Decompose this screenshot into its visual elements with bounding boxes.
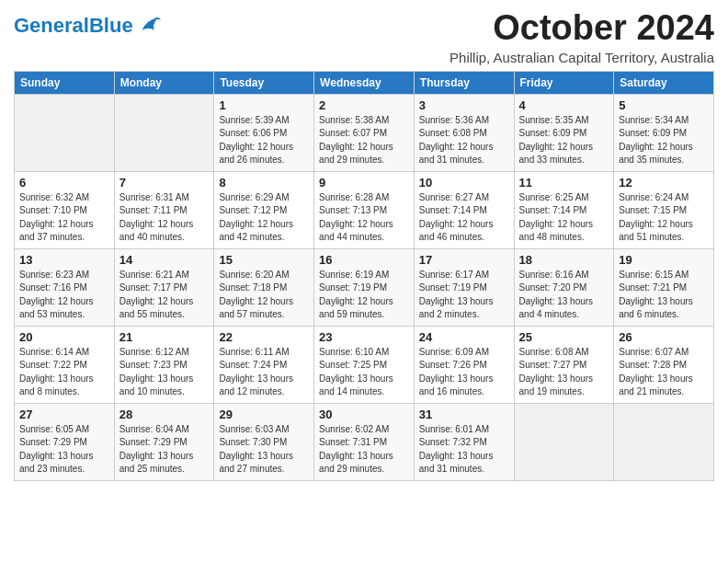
day-number: 16 (319, 253, 409, 267)
day-number: 2 (319, 98, 409, 112)
day-number: 23 (319, 330, 409, 344)
day-info: Sunrise: 6:29 AMSunset: 7:12 PMDaylight:… (219, 191, 309, 245)
day-info: Sunrise: 6:24 AMSunset: 7:15 PMDaylight:… (619, 191, 709, 245)
day-info: Sunrise: 6:03 AMSunset: 7:30 PMDaylight:… (219, 423, 309, 477)
day-info: Sunrise: 6:25 AMSunset: 7:14 PMDaylight:… (519, 191, 609, 245)
title-area: October 2024 Phillip, Australian Capital… (449, 9, 714, 65)
calendar-cell: 1Sunrise: 5:39 AMSunset: 6:06 PMDaylight… (214, 94, 314, 171)
calendar-cell: 17Sunrise: 6:17 AMSunset: 7:19 PMDayligh… (414, 248, 514, 326)
day-info: Sunrise: 6:21 AMSunset: 7:17 PMDaylight:… (119, 269, 210, 322)
logo-bird-icon (135, 13, 161, 39)
day-info: Sunrise: 6:08 AMSunset: 7:27 PMDaylight:… (519, 346, 609, 399)
day-info: Sunrise: 6:10 AMSunset: 7:25 PMDaylight:… (319, 346, 409, 399)
calendar-cell: 11Sunrise: 6:25 AMSunset: 7:14 PMDayligh… (514, 171, 614, 248)
calendar-table: SundayMondayTuesdayWednesdayThursdayFrid… (14, 71, 714, 481)
day-info: Sunrise: 6:16 AMSunset: 7:20 PMDaylight:… (519, 269, 609, 322)
day-number: 14 (119, 253, 210, 267)
calendar-week-row: 27Sunrise: 6:05 AMSunset: 7:29 PMDayligh… (15, 403, 714, 480)
day-number: 28 (119, 408, 210, 421)
day-info: Sunrise: 6:02 AMSunset: 7:31 PMDaylight:… (319, 423, 409, 477)
calendar-cell (114, 94, 214, 171)
calendar-cell: 16Sunrise: 6:19 AMSunset: 7:19 PMDayligh… (314, 248, 415, 326)
day-info: Sunrise: 6:01 AMSunset: 7:32 PMDaylight:… (419, 423, 509, 477)
calendar-cell (614, 403, 714, 480)
day-number: 25 (519, 330, 609, 344)
day-info: Sunrise: 6:05 AMSunset: 7:29 PMDaylight:… (19, 423, 109, 477)
day-number: 30 (319, 408, 409, 421)
calendar-cell: 24Sunrise: 6:09 AMSunset: 7:26 PMDayligh… (414, 326, 514, 403)
calendar-cell: 19Sunrise: 6:15 AMSunset: 7:21 PMDayligh… (614, 248, 714, 326)
calendar-cell: 20Sunrise: 6:14 AMSunset: 7:22 PMDayligh… (15, 326, 115, 403)
day-info: Sunrise: 6:15 AMSunset: 7:21 PMDaylight:… (619, 269, 709, 322)
day-info: Sunrise: 6:14 AMSunset: 7:22 PMDaylight:… (19, 346, 109, 399)
month-title: October 2024 (449, 9, 714, 48)
day-number: 24 (419, 330, 509, 344)
day-info: Sunrise: 6:07 AMSunset: 7:28 PMDaylight:… (619, 346, 709, 399)
page-header: GeneralBlue October 2024 Phillip, Austra… (14, 9, 714, 65)
day-info: Sunrise: 5:38 AMSunset: 6:07 PMDaylight:… (319, 114, 409, 167)
calendar-cell: 29Sunrise: 6:03 AMSunset: 7:30 PMDayligh… (214, 403, 314, 480)
logo-text: GeneralBlue (14, 16, 133, 36)
day-info: Sunrise: 6:11 AMSunset: 7:24 PMDaylight:… (219, 346, 309, 399)
day-number: 5 (619, 98, 709, 112)
day-number: 29 (219, 408, 309, 421)
day-number: 11 (519, 176, 609, 190)
day-number: 1 (219, 98, 309, 112)
day-info: Sunrise: 6:19 AMSunset: 7:19 PMDaylight:… (319, 269, 409, 322)
day-info: Sunrise: 6:23 AMSunset: 7:16 PMDaylight:… (19, 269, 109, 322)
calendar-cell: 6Sunrise: 6:32 AMSunset: 7:10 PMDaylight… (15, 171, 115, 248)
day-number: 15 (219, 253, 309, 267)
calendar-cell: 12Sunrise: 6:24 AMSunset: 7:15 PMDayligh… (614, 171, 714, 248)
calendar-week-row: 13Sunrise: 6:23 AMSunset: 7:16 PMDayligh… (15, 248, 714, 326)
day-info: Sunrise: 5:35 AMSunset: 6:09 PMDaylight:… (519, 114, 609, 167)
calendar-week-row: 20Sunrise: 6:14 AMSunset: 7:22 PMDayligh… (15, 326, 714, 403)
day-info: Sunrise: 5:36 AMSunset: 6:08 PMDaylight:… (419, 114, 509, 167)
calendar-week-row: 6Sunrise: 6:32 AMSunset: 7:10 PMDaylight… (15, 171, 714, 248)
calendar-cell: 7Sunrise: 6:31 AMSunset: 7:11 PMDaylight… (114, 171, 214, 248)
day-number: 10 (419, 176, 509, 190)
weekday-header: Wednesday (314, 71, 415, 94)
weekday-header: Monday (114, 71, 214, 94)
day-number: 20 (19, 330, 109, 344)
calendar-cell: 9Sunrise: 6:28 AMSunset: 7:13 PMDaylight… (314, 171, 415, 248)
day-info: Sunrise: 6:09 AMSunset: 7:26 PMDaylight:… (419, 346, 509, 399)
calendar-cell: 30Sunrise: 6:02 AMSunset: 7:31 PMDayligh… (314, 403, 415, 480)
calendar-cell: 2Sunrise: 5:38 AMSunset: 6:07 PMDaylight… (314, 94, 415, 171)
day-number: 22 (219, 330, 309, 344)
calendar-cell: 8Sunrise: 6:29 AMSunset: 7:12 PMDaylight… (214, 171, 314, 248)
calendar-cell: 10Sunrise: 6:27 AMSunset: 7:14 PMDayligh… (414, 171, 514, 248)
day-number: 3 (419, 98, 509, 112)
calendar-cell (15, 94, 115, 171)
day-info: Sunrise: 6:20 AMSunset: 7:18 PMDaylight:… (219, 269, 309, 322)
calendar-cell: 15Sunrise: 6:20 AMSunset: 7:18 PMDayligh… (214, 248, 314, 326)
calendar-cell: 13Sunrise: 6:23 AMSunset: 7:16 PMDayligh… (15, 248, 115, 326)
calendar-cell: 31Sunrise: 6:01 AMSunset: 7:32 PMDayligh… (414, 403, 514, 480)
weekday-header: Thursday (414, 71, 514, 94)
day-info: Sunrise: 6:28 AMSunset: 7:13 PMDaylight:… (319, 191, 409, 245)
weekday-header: Saturday (614, 71, 714, 94)
day-number: 13 (19, 253, 109, 267)
calendar-cell: 21Sunrise: 6:12 AMSunset: 7:23 PMDayligh… (114, 326, 214, 403)
weekday-header: Friday (514, 71, 614, 94)
day-number: 8 (219, 176, 309, 190)
logo: GeneralBlue (14, 13, 161, 39)
day-number: 27 (19, 408, 109, 421)
day-info: Sunrise: 6:17 AMSunset: 7:19 PMDaylight:… (419, 269, 509, 322)
day-info: Sunrise: 6:04 AMSunset: 7:29 PMDaylight:… (119, 423, 210, 477)
day-number: 18 (519, 253, 609, 267)
day-number: 12 (619, 176, 709, 190)
calendar-cell: 14Sunrise: 6:21 AMSunset: 7:17 PMDayligh… (114, 248, 214, 326)
calendar-cell: 27Sunrise: 6:05 AMSunset: 7:29 PMDayligh… (15, 403, 115, 480)
day-info: Sunrise: 5:34 AMSunset: 6:09 PMDaylight:… (619, 114, 709, 167)
day-number: 26 (619, 330, 709, 344)
day-info: Sunrise: 6:12 AMSunset: 7:23 PMDaylight:… (119, 346, 210, 399)
weekday-header: Tuesday (214, 71, 314, 94)
calendar-cell (514, 403, 614, 480)
calendar-cell: 28Sunrise: 6:04 AMSunset: 7:29 PMDayligh… (114, 403, 214, 480)
calendar-cell: 3Sunrise: 5:36 AMSunset: 6:08 PMDaylight… (414, 94, 514, 171)
day-number: 9 (319, 176, 409, 190)
calendar-cell: 25Sunrise: 6:08 AMSunset: 7:27 PMDayligh… (514, 326, 614, 403)
day-info: Sunrise: 6:32 AMSunset: 7:10 PMDaylight:… (19, 191, 109, 245)
calendar-week-row: 1Sunrise: 5:39 AMSunset: 6:06 PMDaylight… (15, 94, 714, 171)
calendar-cell: 18Sunrise: 6:16 AMSunset: 7:20 PMDayligh… (514, 248, 614, 326)
